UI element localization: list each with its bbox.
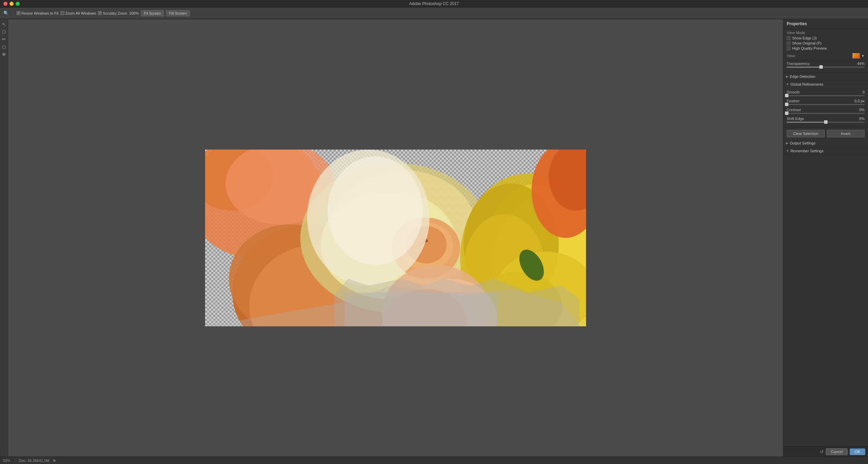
feather-slider-track[interactable] [787, 104, 865, 105]
zoom-tool-icon[interactable]: ⊕ [1, 51, 7, 57]
zoom-all-checkbox[interactable] [61, 11, 64, 15]
edge-detection-section: ▶ Edge Detection [783, 73, 868, 81]
smooth-label: Smooth [787, 90, 800, 94]
app-title: Adobe Photoshop CC 2017 [409, 1, 459, 6]
feather-label: Feather [787, 99, 800, 103]
edge-detection-arrow: ▶ [786, 75, 788, 78]
global-refinements-label: Global Refinements [790, 82, 823, 86]
contrast-value: 0% [859, 108, 865, 112]
traffic-lights[interactable] [3, 2, 20, 6]
shift-edge-slider-fill [787, 122, 826, 123]
shift-edge-slider-thumb[interactable] [824, 120, 828, 124]
move-tool-icon[interactable]: ↖ [1, 21, 7, 28]
transparency-slider-fill [787, 67, 821, 68]
smooth-value: 0 [863, 90, 865, 94]
smooth-slider-thumb[interactable] [785, 94, 788, 97]
show-edge-checkbox[interactable] [787, 36, 790, 40]
close-button[interactable] [3, 2, 7, 6]
contrast-slider-track[interactable] [787, 113, 865, 114]
maximize-button[interactable] [16, 2, 20, 6]
show-edge-label: Show Edge (J) [792, 36, 817, 40]
toolbar-separator [13, 10, 13, 16]
fit-screen-button[interactable]: Fit Screen [141, 10, 164, 16]
remember-settings-label: Remember Settings [790, 149, 823, 153]
brush-tool-icon[interactable]: ✏ [1, 36, 7, 42]
eraser-tool-icon[interactable]: ◻ [1, 43, 7, 50]
global-refinements-content: Smooth 0 Feather 0.0 px [783, 88, 868, 127]
search-icon[interactable]: 🔍 [3, 10, 10, 17]
remember-settings-arrow: ▼ [786, 149, 789, 153]
scrubby-zoom-checkbox[interactable] [98, 11, 102, 15]
refresh-icon[interactable]: ↺ [820, 449, 824, 454]
resize-windows-checkbox[interactable] [17, 11, 20, 15]
view-mode-section: View Mode Show Edge (J) Show Original (P… [783, 29, 868, 73]
scrubby-zoom-label: Scrubby Zoom [103, 11, 127, 15]
show-original-row: Show Original (P) [787, 41, 865, 45]
resize-windows-label: Resize Windows to Fit [21, 11, 59, 15]
view-preview[interactable]: ▼ [852, 53, 865, 58]
main-toolbar: 🔍 Resize Windows to Fit Zoom All Windows… [0, 7, 868, 19]
view-options: Show Edge (J) Show Original (P) High Qua… [787, 36, 865, 50]
view-mode-content: View Mode Show Edge (J) Show Original (P… [783, 29, 868, 72]
canvas-container [205, 150, 586, 326]
invert-button[interactable]: Invert [827, 130, 865, 137]
output-settings-arrow: ▶ [786, 141, 788, 145]
feather-label-row: Feather 0.0 px [787, 99, 865, 103]
panel-title: Properties [783, 19, 868, 29]
shift-edge-slider-row: Shift Edge 0% [787, 117, 865, 123]
view-mode-row: View Mode [787, 31, 865, 35]
remember-settings-section: ▼ Remember Settings [783, 147, 868, 155]
transparency-slider-thumb[interactable] [819, 65, 823, 69]
svg-point-27 [328, 156, 423, 265]
feather-value: 0.0 px [854, 99, 865, 103]
preview-thumbnail[interactable] [852, 53, 860, 58]
clear-selection-button[interactable]: Clear Selection [787, 130, 825, 137]
bottom-panel-buttons: ↺ Cancel OK [783, 446, 868, 457]
properties-panel: Properties View Mode Show Edge (J) Show … [783, 19, 868, 457]
zoom-all-item[interactable]: Zoom All Windows [61, 11, 96, 15]
show-edge-row: Show Edge (J) [787, 36, 865, 40]
global-refinements-header[interactable]: ▼ Global Refinements [783, 81, 868, 88]
edge-detection-header[interactable]: ▶ Edge Detection [783, 73, 868, 80]
divider [787, 60, 865, 60]
transparency-slider-track[interactable] [787, 67, 865, 68]
view-mode-label: View Mode [787, 31, 805, 35]
high-quality-checkbox[interactable] [787, 47, 790, 50]
minimize-button[interactable] [10, 2, 14, 6]
fill-screen-button[interactable]: Fill Screen [166, 10, 190, 16]
status-separator [14, 459, 15, 463]
smooth-slider-row: Smooth 0 [787, 90, 865, 96]
show-original-checkbox[interactable] [787, 41, 790, 45]
zoom-all-label: Zoom All Windows [65, 11, 96, 15]
title-bar: Adobe Photoshop CC 2017 [0, 0, 868, 7]
global-refinements-section: ▼ Global Refinements Smooth 0 Feather 0. [783, 81, 868, 128]
lasso-tool-icon[interactable]: ⬡ [1, 28, 7, 35]
contrast-slider-row: Contrast 0% [787, 108, 865, 114]
output-settings-section: ▶ Output Settings [783, 139, 868, 147]
view-field-label: View: [787, 54, 796, 58]
contrast-label-row: Contrast 0% [787, 108, 865, 112]
shift-edge-label: Shift Edge [787, 117, 804, 121]
ok-button[interactable]: OK [850, 448, 865, 455]
resize-windows-item[interactable]: Resize Windows to Fit [17, 11, 59, 15]
view-preview-row: View: ▼ [787, 53, 865, 58]
status-bar: 33% Doc: 34.2M/41.5M ▶ [0, 457, 868, 464]
cancel-button[interactable]: Cancel [826, 448, 848, 455]
scrubby-zoom-item[interactable]: Scrubby Zoom [98, 11, 127, 15]
action-buttons-row: Clear Selection Invert [783, 128, 868, 139]
global-refinements-arrow: ▼ [786, 83, 789, 86]
contrast-slider-thumb[interactable] [785, 111, 788, 115]
flower-image [205, 150, 586, 326]
zoom-level: 33% [3, 459, 10, 463]
smooth-slider-track[interactable] [787, 95, 865, 96]
feather-slider-row: Feather 0.0 px [787, 99, 865, 105]
preview-dropdown-arrow[interactable]: ▼ [861, 54, 865, 58]
contrast-label: Contrast [787, 108, 801, 112]
feather-slider-thumb[interactable] [785, 103, 788, 106]
high-quality-label: High Quality Preview [792, 46, 827, 50]
doc-info-arrow[interactable]: ▶ [53, 458, 56, 463]
shift-edge-slider-track[interactable] [787, 122, 865, 123]
left-toolbar: ↖ ⬡ ✏ ◻ ⊕ [0, 19, 8, 456]
remember-settings-header[interactable]: ▼ Remember Settings [783, 147, 868, 155]
output-settings-header[interactable]: ▶ Output Settings [783, 139, 868, 147]
